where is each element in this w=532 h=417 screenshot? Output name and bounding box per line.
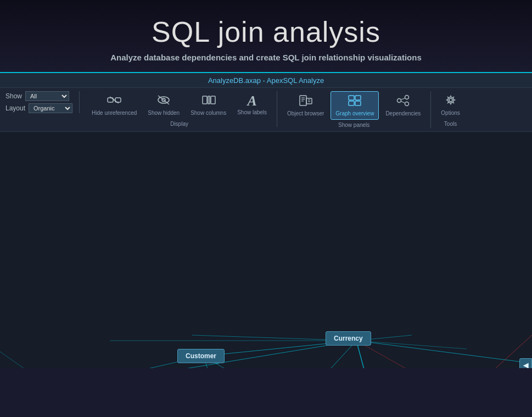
show-labels-icon: A bbox=[247, 94, 256, 108]
show-layout-controls: Show All Selected None Layout Organic Hi… bbox=[5, 91, 80, 113]
display-group-label: Display bbox=[170, 121, 188, 127]
svg-rect-19 bbox=[349, 101, 354, 105]
show-columns-label: Show columns bbox=[191, 110, 226, 116]
layout-select[interactable]: Organic Hierarchical Circular bbox=[29, 103, 72, 113]
svg-rect-10 bbox=[300, 96, 306, 105]
tools-controls: Options bbox=[436, 91, 464, 119]
tab-bar: AnalyzeDB.axap - ApexSQL Analyze bbox=[0, 73, 532, 88]
show-panels-group-label: Show panels bbox=[338, 122, 369, 128]
graph-overview-label: Graph overview bbox=[335, 110, 374, 117]
show-hidden-icon bbox=[156, 93, 171, 109]
dependencies-label: Dependencies bbox=[385, 110, 421, 117]
graph-overview-icon bbox=[347, 94, 362, 109]
show-panels-group: Object browser Graph overview bbox=[277, 91, 431, 128]
svg-line-32 bbox=[356, 341, 527, 363]
app-header: SQL join analysis Analyze database depen… bbox=[0, 0, 532, 73]
svg-line-39 bbox=[0, 352, 55, 368]
graph-canvas[interactable]: Currency Customer BusinessEntity Store S… bbox=[0, 132, 532, 368]
dependencies-button[interactable]: Dependencies bbox=[381, 92, 425, 119]
hide-unreferenced-icon bbox=[107, 93, 122, 109]
currency-node[interactable]: Currency bbox=[326, 331, 371, 346]
svg-rect-8 bbox=[208, 96, 210, 104]
svg-line-43 bbox=[356, 341, 532, 368]
svg-line-25 bbox=[401, 102, 405, 103]
options-button[interactable]: Options bbox=[436, 91, 464, 119]
show-labels-button[interactable]: A Show labels bbox=[233, 92, 271, 118]
tools-group-label: Tools bbox=[444, 121, 457, 127]
graph-edges bbox=[0, 132, 532, 368]
tools-group: Options Tools bbox=[431, 91, 469, 127]
show-hidden-label: Show hidden bbox=[148, 110, 180, 116]
page-title: SQL join analysis bbox=[0, 15, 532, 48]
svg-rect-7 bbox=[203, 96, 207, 104]
toolbar: Show All Selected None Layout Organic Hi… bbox=[0, 88, 532, 132]
svg-rect-17 bbox=[349, 96, 354, 100]
page-subtitle: Analyze database dependencies and create… bbox=[0, 53, 532, 62]
customer-node[interactable]: Customer bbox=[177, 349, 225, 363]
options-icon bbox=[443, 93, 458, 109]
show-label: Show bbox=[5, 92, 22, 100]
show-row: Show All Selected None bbox=[5, 91, 72, 101]
svg-point-22 bbox=[405, 96, 409, 99]
show-labels-label: Show labels bbox=[237, 109, 267, 116]
object-browser-button[interactable]: Object browser bbox=[283, 92, 328, 119]
display-group: Hide unreferenced Show hidden bbox=[82, 91, 277, 127]
svg-line-41 bbox=[390, 335, 532, 368]
svg-rect-20 bbox=[355, 101, 361, 105]
show-select[interactable]: All Selected None bbox=[25, 91, 69, 101]
object-browser-icon bbox=[298, 94, 313, 109]
svg-line-24 bbox=[401, 98, 405, 100]
svg-rect-14 bbox=[306, 98, 312, 104]
svg-point-21 bbox=[397, 99, 401, 103]
layout-row: Layout Organic Hierarchical Circular bbox=[5, 103, 72, 113]
graph-overview-button[interactable]: Graph overview bbox=[331, 91, 379, 120]
svg-point-26 bbox=[449, 98, 452, 102]
svg-rect-18 bbox=[355, 96, 361, 100]
show-columns-button[interactable]: Show columns bbox=[186, 91, 231, 119]
layout-label: Layout bbox=[5, 104, 25, 112]
object-browser-label: Object browser bbox=[287, 110, 324, 117]
show-columns-icon bbox=[201, 93, 216, 109]
svg-point-23 bbox=[405, 102, 409, 106]
hide-unreferenced-label: Hide unreferenced bbox=[92, 110, 137, 116]
display-controls: Hide unreferenced Show hidden bbox=[87, 91, 271, 119]
tab-label[interactable]: AnalyzeDB.axap - ApexSQL Analyze bbox=[208, 76, 324, 85]
edge-partial-node[interactable]: ◀ bbox=[519, 358, 532, 368]
dependencies-icon bbox=[395, 94, 411, 109]
show-panels-controls: Object browser Graph overview bbox=[283, 91, 425, 120]
svg-point-27 bbox=[447, 97, 453, 103]
svg-rect-9 bbox=[211, 96, 215, 104]
options-label: Options bbox=[441, 110, 460, 116]
show-hidden-button[interactable]: Show hidden bbox=[143, 91, 184, 119]
hide-unreferenced-button[interactable]: Hide unreferenced bbox=[87, 91, 141, 119]
edge-node-label: ◀ bbox=[523, 362, 528, 368]
